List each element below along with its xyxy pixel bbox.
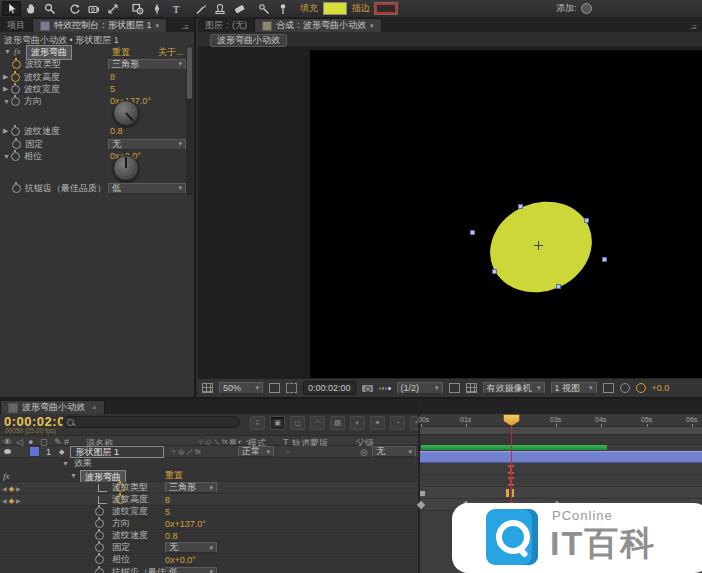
- fast-preview-icon[interactable]: [620, 383, 630, 393]
- work-area-bar[interactable]: [420, 427, 702, 435]
- add-shape-icon[interactable]: [581, 3, 592, 14]
- tl-wave-type-dropdown[interactable]: 三角形: [165, 482, 217, 493]
- layer-parent-dropdown[interactable]: 无: [372, 446, 416, 457]
- exposure-icon[interactable]: [636, 383, 646, 393]
- comp-mini-flowchart-icon[interactable]: ⁞⁞: [250, 416, 265, 430]
- exposure-value[interactable]: +0.0: [652, 383, 670, 393]
- selection-tool-icon[interactable]: [2, 1, 21, 16]
- clone-stamp-tool-icon[interactable]: [210, 1, 229, 16]
- fill-label[interactable]: 填充: [300, 2, 318, 15]
- prev-keyframe-icon[interactable]: [2, 483, 7, 493]
- composition-frame[interactable]: [310, 50, 702, 378]
- wave-height-value[interactable]: 8: [110, 72, 115, 82]
- stopwatch-direction-icon[interactable]: [11, 97, 20, 106]
- hold-keyframe[interactable]: [420, 491, 425, 496]
- add-label[interactable]: 添加:: [556, 2, 577, 15]
- tl-stopwatch-wave-width-icon[interactable]: [95, 507, 104, 516]
- effects-group-label[interactable]: 效果: [74, 457, 92, 470]
- wave-speed-value[interactable]: 0.8: [110, 126, 123, 136]
- composition-stage[interactable]: [198, 47, 702, 378]
- layer-visibility-eye-icon[interactable]: [4, 449, 11, 454]
- layer-name-field[interactable]: 形状图层 1: [70, 446, 164, 458]
- parent-pickwhip-icon[interactable]: ◎: [360, 447, 368, 457]
- effect-expander-icon[interactable]: [4, 48, 12, 55]
- auto-keyframe-icon[interactable]: ◔: [390, 416, 405, 430]
- effect-panel-scrollbar[interactable]: [186, 45, 193, 195]
- viewer-panel-menu-icon[interactable]: -≡: [685, 23, 702, 32]
- layer-shy-icon[interactable]: ◆: [59, 448, 64, 456]
- tl-phase-value[interactable]: 0x+0.0°: [165, 555, 196, 565]
- viewer-timecode[interactable]: 0:00:02:00: [303, 381, 356, 395]
- comp-tab-dropdown-icon[interactable]: ▾: [370, 22, 374, 30]
- roi-icon[interactable]: [449, 383, 460, 393]
- add-keyframe-icon[interactable]: [9, 495, 14, 505]
- shape-handle[interactable]: [470, 230, 475, 235]
- snapshot-icon[interactable]: [362, 385, 373, 392]
- tl-wave-width-value[interactable]: 5: [165, 507, 170, 517]
- shape-handle[interactable]: [518, 204, 523, 209]
- channel-icon[interactable]: [379, 384, 391, 392]
- shape-handle[interactable]: [556, 284, 561, 289]
- direction-expander-icon[interactable]: [3, 98, 11, 105]
- layer-mode-dropdown[interactable]: 正常: [238, 446, 274, 457]
- shape-tool-icon[interactable]: [128, 1, 147, 16]
- tl-stopwatch-antialias-icon[interactable]: [95, 568, 104, 573]
- shape-handle[interactable]: [492, 269, 497, 274]
- panel-menu-icon[interactable]: -≡: [177, 23, 194, 32]
- text-tool-icon[interactable]: T: [166, 1, 185, 16]
- wave-height-expander-icon[interactable]: [3, 73, 11, 81]
- draft-3d-icon[interactable]: ◻: [290, 416, 305, 430]
- next-keyframe-icon[interactable]: [16, 483, 21, 493]
- tab-dropdown-icon[interactable]: ▾: [156, 22, 160, 30]
- tab-layer-viewer[interactable]: 图层：(无): [198, 19, 254, 32]
- effects-group-expander-icon[interactable]: [62, 460, 70, 467]
- comp-breadcrumb-button[interactable]: 波形弯曲小动效: [210, 34, 287, 47]
- camera-tool-icon[interactable]: [84, 1, 103, 16]
- eraser-tool-icon[interactable]: [229, 1, 248, 16]
- hand-tool-icon[interactable]: [21, 1, 40, 16]
- selected-hold-keyframes[interactable]: [506, 489, 514, 497]
- stopwatch-pinning-icon[interactable]: [12, 140, 21, 149]
- stopwatch-antialias-icon[interactable]: [12, 184, 21, 193]
- stopwatch-wave-speed-icon[interactable]: [11, 127, 20, 136]
- tl-phase-label[interactable]: 相位: [112, 553, 130, 566]
- phase-dial[interactable]: [113, 155, 139, 181]
- fill-color-swatch[interactable]: [323, 2, 347, 15]
- wave-warp-expander-icon[interactable]: [70, 472, 78, 479]
- timeline-tab[interactable]: 波形弯曲小动效 ×: [0, 400, 105, 414]
- view-layout-dropdown[interactable]: 1 视图: [551, 382, 597, 394]
- mask-visibility-icon[interactable]: [286, 383, 297, 393]
- wave-width-value[interactable]: 5: [110, 84, 115, 94]
- tl-pinning-dropdown[interactable]: 无: [165, 542, 217, 553]
- brush-tool-icon[interactable]: [191, 1, 210, 16]
- live-update-icon[interactable]: ▣: [270, 416, 285, 430]
- pan-behind-tool-icon[interactable]: [103, 1, 122, 16]
- stopwatch-wave-width-icon[interactable]: [11, 85, 20, 94]
- tl-stopwatch-pinning-icon[interactable]: [95, 543, 104, 552]
- tl-stopwatch-direction-icon[interactable]: [95, 519, 104, 528]
- transparency-grid-icon[interactable]: [466, 383, 477, 393]
- timeline-tab-close-icon[interactable]: ×: [92, 403, 97, 412]
- region-of-interest-icon[interactable]: [202, 383, 213, 393]
- prev-keyframe-icon[interactable]: [2, 495, 7, 505]
- scrollbar-thumb[interactable]: [187, 47, 192, 99]
- safe-margins-icon[interactable]: [269, 383, 280, 393]
- tl-stopwatch-wave-speed-icon[interactable]: [95, 531, 104, 540]
- wave-speed-expander-icon[interactable]: [3, 127, 11, 135]
- stroke-label[interactable]: 描边: [352, 2, 370, 15]
- stopwatch-wave-type-icon[interactable]: [12, 60, 21, 69]
- wave-height-keyframe-nav[interactable]: [0, 495, 30, 505]
- motion-blur-icon[interactable]: ◐: [350, 416, 365, 430]
- tab-effect-controls[interactable]: 特效控制台：形状图层 1 ▾: [32, 18, 167, 32]
- hide-shy-layers-icon[interactable]: ◠: [310, 416, 325, 430]
- frame-blending-icon[interactable]: ▨: [330, 416, 345, 430]
- layer-label-color-chip[interactable]: [29, 446, 40, 457]
- tab-composition-viewer[interactable]: 合成：波形弯曲小动效 ▾: [254, 18, 382, 32]
- pen-tool-icon[interactable]: [147, 1, 166, 16]
- rotation-tool-icon[interactable]: [65, 1, 84, 16]
- magnification-dropdown[interactable]: 50%: [219, 382, 263, 394]
- tl-direction-value[interactable]: 0x+137.0°: [165, 519, 206, 529]
- tl-wave-speed-value[interactable]: 0.8: [165, 531, 178, 541]
- wave-width-expander-icon[interactable]: [3, 85, 11, 93]
- antialias-dropdown[interactable]: 低: [108, 183, 186, 194]
